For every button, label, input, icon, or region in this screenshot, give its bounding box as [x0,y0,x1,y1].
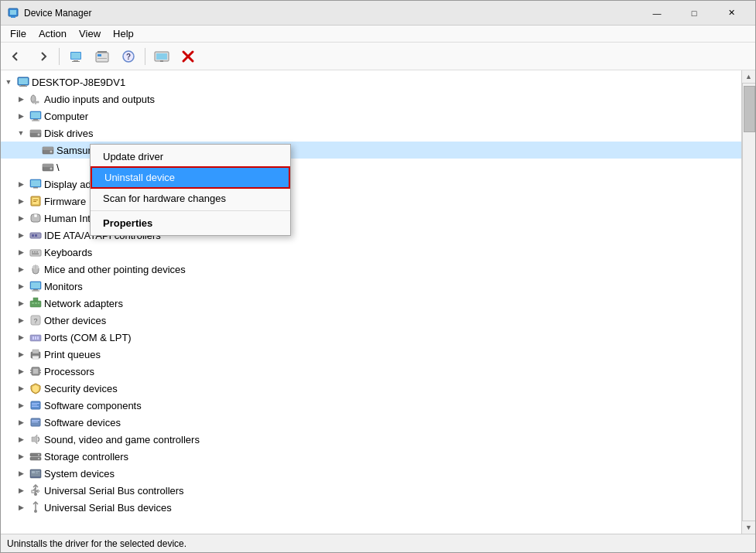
tree-item-ports[interactable]: ▶ Ports (COM & LPT) [1,329,741,346]
system-expander[interactable]: ▶ [15,467,27,480]
tree-item-usbdev[interactable]: ▶ Universal Serial Bus devices [1,499,741,516]
firmware-icon [29,195,42,207]
tree-item-usb[interactable]: ▶ Universal Serial Bus controllers [1,482,741,499]
context-menu: Update driver Uninstall device Scan for … [90,144,291,236]
display-expander[interactable]: ▶ [15,178,27,190]
context-update-driver[interactable]: Update driver [91,147,290,166]
scan-hardware-button[interactable] [90,46,115,67]
back-button[interactable] [4,46,29,67]
forward-button[interactable] [30,46,55,67]
menu-help[interactable]: Help [107,26,140,41]
firmware-label: Firmware [44,196,86,207]
svg-rect-97 [32,471,35,473]
storage-icon [29,450,42,463]
tree-item-processors[interactable]: ▶ Processors [1,363,741,380]
audio-expander[interactable]: ▶ [15,93,27,105]
processors-expander[interactable]: ▶ [15,365,27,377]
context-properties[interactable]: Properties [91,213,290,233]
usbdev-expander[interactable]: ▶ [15,501,27,514]
tree-item-network[interactable]: ▶ Network adapters [1,295,741,312]
tree-item-diskdrives[interactable]: ▼ Disk drives [1,125,741,142]
tree-item-system[interactable]: ▶ System devices [1,465,741,482]
tree-root[interactable]: ▼ DESKTOP-J8E9DV1 [1,73,741,90]
softwaredev-icon [29,416,42,428]
svg-text:?: ? [33,317,37,325]
context-scan-hardware[interactable]: Scan for hardware changes [91,189,290,208]
minimize-button[interactable]: — [639,1,675,26]
tree-item-keyboards[interactable]: ▶ Keyboards [1,244,741,261]
status-text: Uninstalls the driver for the selected d… [7,538,186,549]
tree-item-print[interactable]: ▶ Print queues [1,346,741,363]
svg-rect-10 [97,58,107,59]
tree-item-storage[interactable]: ▶ Storage controllers [1,448,741,465]
menu-file[interactable]: File [4,26,32,41]
ide-expander[interactable]: ▶ [15,229,27,241]
svg-rect-19 [19,78,28,84]
tree-item-mice[interactable]: ▶ Mice and other pointing devices [1,261,741,278]
window-controls: — □ ✕ [639,1,749,26]
svg-rect-72 [37,336,39,340]
svg-rect-54 [32,254,39,255]
storage-expander[interactable]: ▶ [15,450,27,463]
context-uninstall-device[interactable]: Uninstall device [91,166,290,189]
svg-point-94 [38,458,39,459]
tree-item-softwarecomp[interactable]: ▶ Software components [1,397,741,414]
tree-item-sound[interactable]: ▶ Sound, video and game controllers [1,431,741,448]
root-expander[interactable]: ▼ [2,76,15,88]
menu-action[interactable]: Action [32,26,73,41]
security-expander[interactable]: ▶ [15,382,27,394]
svg-rect-59 [31,282,40,288]
svg-rect-6 [72,61,80,62]
tree-item-security[interactable]: ▶ Security devices [1,380,741,397]
diskdrives-icon [29,127,42,139]
root-label: DESKTOP-J8E9DV1 [32,77,125,88]
monitors-expander[interactable]: ▶ [15,280,27,292]
softwarecomp-expander[interactable]: ▶ [15,399,27,411]
ide-icon [29,229,42,241]
menu-bar: File Action View Help [1,26,755,43]
status-bar: Uninstalls the driver for the selected d… [1,534,755,552]
svg-rect-64 [35,302,37,304]
keyboards-expander[interactable]: ▶ [15,246,27,258]
mice-expander[interactable]: ▶ [15,263,27,275]
usb-expander[interactable]: ▶ [15,484,27,497]
network-expander[interactable]: ▶ [15,297,27,309]
uninstall-toolbar-button[interactable] [176,46,200,67]
svg-marker-90 [32,435,37,444]
tree-item-other[interactable]: ▶ ? Other devices [1,312,741,329]
hid-expander[interactable]: ▶ [15,212,27,224]
sound-expander[interactable]: ▶ [15,433,27,445]
print-expander[interactable]: ▶ [15,348,27,360]
svg-rect-52 [34,251,36,253]
tree-item-softwaredev[interactable]: ▶ Software devices [1,414,741,431]
close-button[interactable]: ✕ [713,1,749,26]
sound-icon [29,433,42,445]
computer-button[interactable] [63,46,88,67]
svg-rect-65 [38,302,39,304]
svg-point-93 [38,454,39,456]
svg-rect-15 [160,60,163,62]
ports-label: Ports (COM & LPT) [44,332,132,343]
update-driver-label: Update driver [103,151,163,162]
other-expander[interactable]: ▶ [15,314,27,326]
tree-item-computer[interactable]: ▶ Computer [1,108,741,125]
svg-rect-23 [32,101,39,103]
tree-item-audio[interactable]: ▶ Audio inputs and outputs [1,90,741,108]
menu-view[interactable]: View [73,26,107,41]
computer-expander[interactable]: ▶ [15,110,27,122]
help-button[interactable]: ? [116,46,141,67]
maximize-button[interactable]: □ [676,1,712,26]
diskdrives-expander[interactable]: ▼ [15,127,27,139]
firmware-expander[interactable]: ▶ [15,195,27,207]
svg-text:?: ? [126,53,131,61]
tree-item-monitors[interactable]: ▶ Monitors [1,278,741,295]
network-button[interactable] [149,46,174,67]
svg-point-105 [34,493,37,496]
device-tree[interactable]: ▼ DESKTOP-J8E9DV1 ▶ [1,70,742,534]
svg-rect-81 [39,370,41,371]
softwaredev-expander[interactable]: ▶ [15,416,27,428]
scrollbar[interactable]: ▲ ▼ [742,70,755,534]
svg-point-31 [38,134,40,136]
usb-icon [29,484,42,497]
ports-expander[interactable]: ▶ [15,331,27,343]
